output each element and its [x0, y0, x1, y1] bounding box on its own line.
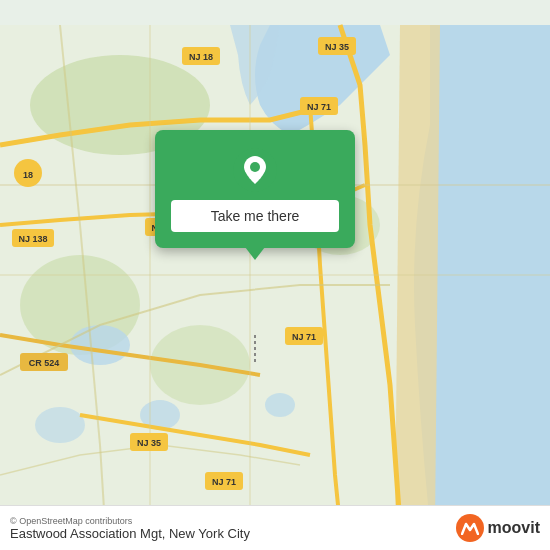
map-container: NJ 18 NJ 35 NJ 71 18 NJ 138 NJ 138 NJ 71… [0, 0, 550, 550]
svg-text:NJ 18: NJ 18 [189, 52, 213, 62]
moovit-logo: moovit [456, 514, 540, 542]
svg-text:CR 524: CR 524 [29, 358, 60, 368]
location-pin-icon [233, 148, 277, 192]
moovit-icon [456, 514, 484, 542]
moovit-text: moovit [488, 519, 540, 537]
svg-point-31 [250, 162, 260, 172]
svg-text:NJ 35: NJ 35 [137, 438, 161, 448]
svg-text:NJ 35: NJ 35 [325, 42, 349, 52]
bottom-bar-left: © OpenStreetMap contributors Eastwood As… [10, 516, 250, 541]
popup-card: Take me there [155, 130, 355, 248]
svg-text:NJ 71: NJ 71 [212, 477, 236, 487]
svg-text:NJ 71: NJ 71 [307, 102, 331, 112]
svg-text:NJ 71: NJ 71 [292, 332, 316, 342]
map-background: NJ 18 NJ 35 NJ 71 18 NJ 138 NJ 138 NJ 71… [0, 0, 550, 550]
svg-text:18: 18 [23, 170, 33, 180]
svg-point-8 [35, 407, 85, 443]
svg-text:NJ 138: NJ 138 [18, 234, 47, 244]
svg-point-5 [70, 325, 130, 365]
osm-attribution: © OpenStreetMap contributors [10, 516, 250, 526]
location-name: Eastwood Association Mgt, New York City [10, 526, 250, 541]
bottom-bar: © OpenStreetMap contributors Eastwood As… [0, 505, 550, 550]
take-me-there-button[interactable]: Take me there [171, 200, 339, 232]
svg-point-7 [265, 393, 295, 417]
